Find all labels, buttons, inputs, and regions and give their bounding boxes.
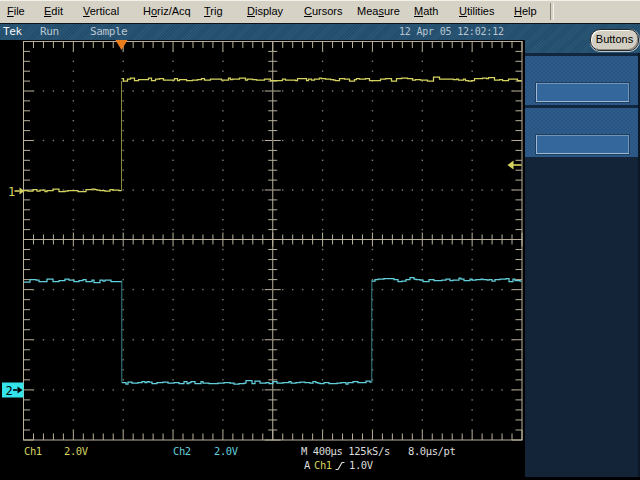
menu-separator (550, 3, 554, 20)
trigger-type-readout: A (304, 459, 310, 471)
menu-measure[interactable]: Measure (357, 0, 400, 23)
buttons-button[interactable]: Buttons (590, 29, 639, 51)
trigger-slope-icon (335, 460, 346, 471)
menu-edit[interactable]: Edit (44, 0, 63, 23)
acquisition-state: Run (40, 25, 59, 39)
menu-trig[interactable]: Trig (204, 0, 223, 23)
menu-vertical[interactable]: Vertical (83, 0, 119, 23)
ch2-readout-label: Ch2 (173, 445, 191, 457)
resolution-readout: 8.0µs/pt (408, 445, 455, 457)
ch1-scale-readout: 2.0V (64, 445, 88, 457)
menu-cursors[interactable]: Cursors (304, 0, 343, 23)
date-time: 12 Apr 05 12:02:12 (399, 25, 504, 39)
menu-math[interactable]: Math (414, 0, 438, 23)
sidebar (525, 40, 640, 480)
menu-display[interactable]: Display (247, 0, 283, 23)
ch1-ground-marker[interactable]: 1 (8, 185, 15, 199)
tek-logo: Tek (3, 25, 22, 39)
ch2-scale-readout: 2.0V (214, 445, 238, 457)
svg-text:2: 2 (6, 384, 13, 398)
trigger-source-readout: Ch1 (314, 459, 332, 471)
sidebar-button-1[interactable] (535, 82, 630, 103)
acquisition-mode: Sample (90, 25, 127, 39)
waveform-display: 12 (0, 0, 525, 480)
menu-bar: FileEditVerticalHoriz/AcqTrigDisplayCurs… (0, 0, 640, 24)
ch1-readout-label: Ch1 (24, 445, 42, 457)
timebase-readout: M 400µs 125kS/s (301, 445, 390, 457)
sidebar-panel-1 (525, 56, 640, 105)
menu-help[interactable]: Help (514, 0, 537, 23)
oscilloscope-screen: 12 FileEditVerticalHoriz/AcqTrigDisplayC… (0, 0, 640, 480)
status-bar: Tek Run Sample 12 Apr 05 12:02:12 (0, 24, 640, 40)
menu-utilities[interactable]: Utilities (459, 0, 494, 23)
trigger-level-readout: 1.0V (349, 459, 373, 471)
menu-horiz-acq[interactable]: Horiz/Acq (143, 0, 191, 23)
sidebar-panel-2 (525, 108, 640, 157)
menu-file[interactable]: File (7, 0, 25, 23)
sidebar-button-2[interactable] (535, 134, 630, 155)
